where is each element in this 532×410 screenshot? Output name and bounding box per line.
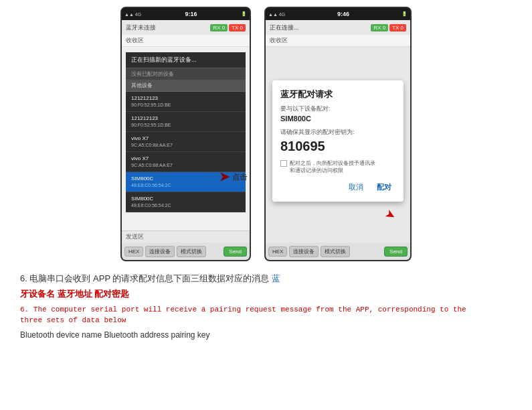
phone2-status-bar: ▲▲ 4G 9:46 🔋 [266, 8, 410, 20]
device-item-2[interactable]: vivo X7 9C:A5:C0:88:AA:E7 [126, 132, 246, 152]
click-label: 点击 [232, 172, 247, 182]
phone1-mockup: ▲▲ 4G 9:16 🔋 蓝牙未连接 RX 0 TX 0 收收区 [120, 7, 251, 261]
device-item-5[interactable]: SIM800C 48:E6:C0:56:54:2C [126, 192, 246, 212]
pairing-checkbox[interactable] [280, 160, 287, 167]
phone1-recv-label: 收收区 [122, 35, 250, 47]
phone1-rx-tx: RX 0 TX 0 [210, 24, 246, 31]
phone2-mode-button[interactable]: 模式切换 [321, 246, 350, 257]
device-name-5: SIM800C [131, 195, 240, 202]
device-item-1[interactable]: 121212123 90:F0:52:95:1D:BE [126, 112, 246, 132]
phone2-send-button[interactable]: Send [384, 247, 408, 257]
device-item-0[interactable]: 121212123 90:F0:52:95:1D:BE [126, 92, 246, 112]
screenshots-row: ▲▲ 4G 9:16 🔋 蓝牙未连接 RX 0 TX 0 收收区 [13, 7, 519, 261]
phone1-main: 正在扫描新的蓝牙设备... 没有已配对的设备 其他设备 121212123 90… [122, 47, 250, 230]
device-mac-5: 48:E6:C0:56:54:2C [131, 202, 240, 209]
cancel-button[interactable]: 取消 [345, 181, 367, 194]
phone2-signal: ▲▲ 4G [268, 12, 285, 17]
phone1-bottom-buttons: HEX 连接设备 模式切换 Send [122, 243, 250, 260]
phone2-rx-tx: RX 0 TX 0 [371, 24, 406, 31]
phone2-recv-label: 收收区 [266, 35, 410, 47]
pair-arrow-icon: ➤ [383, 206, 399, 224]
send-button[interactable]: Send [224, 247, 247, 257]
scan-modal: 正在扫描新的蓝牙设备... 没有已配对的设备 其他设备 121212123 90… [126, 52, 246, 212]
mode-button[interactable]: 模式切换 [177, 246, 206, 257]
phone2-time: 9:46 [337, 11, 349, 17]
text-section: 6. 电脑串口会收到 APP 的请求配对信息下面三组数据对应的消息 蓝 牙设备名… [13, 269, 519, 344]
device-name-0: 121212123 [131, 94, 240, 102]
phone1-tx-badge: TX 0 [229, 24, 246, 31]
page-container: ▲▲ 4G 9:16 🔋 蓝牙未连接 RX 0 TX 0 收收区 [0, 0, 532, 410]
phone1-status-bar: ▲▲ 4G 9:16 🔋 [122, 8, 250, 20]
pairing-dialog: 蓝牙配对请求 要与以下设备配对: SIM800C 请确保其显示的配对密钥为: 8… [272, 80, 404, 202]
phone2-tx-badge: TX 0 [389, 24, 406, 31]
device-name-2: vivo X7 [131, 135, 240, 142]
phone1-content: ▲▲ 4G 9:16 🔋 蓝牙未连接 RX 0 TX 0 收收区 [122, 8, 250, 260]
phone2-bottom-buttons: HEX 连接设备 模式切换 Send [266, 243, 410, 260]
phone2-hex-button[interactable]: HEX [268, 247, 287, 257]
device-mac-3: 9C:A5:C0:88:AA:E7 [131, 162, 240, 169]
phone2-battery: 🔋 [402, 11, 408, 17]
phone1-bt-label: 蓝牙未连接 [126, 23, 156, 32]
phone1-signal: ▲▲ 4G [124, 12, 141, 17]
phone1-top-bar: 蓝牙未连接 RX 0 TX 0 [122, 20, 250, 35]
phone2-connecting-label: 正在连接... [270, 23, 299, 32]
phone1-send-label: 发送区 [122, 230, 250, 243]
connect-button[interactable]: 连接设备 [145, 246, 175, 257]
phone1-time: 9:16 [185, 11, 197, 17]
phone2-rx-badge: RX 0 [371, 24, 388, 31]
phone2-mockup: ▲▲ 4G 9:46 🔋 正在连接... RX 0 TX 0 收收区 [264, 7, 412, 261]
phone1-battery: 🔋 [241, 11, 247, 17]
device-mac-0: 90:F0:52:95:1D:BE [131, 102, 240, 109]
phone2-content: ▲▲ 4G 9:46 🔋 正在连接... RX 0 TX 0 收收区 [266, 8, 410, 260]
description-english: 6. The computer serial port will receive… [20, 304, 512, 326]
pairing-code-label: 请确保其显示的配对密钥为: [280, 128, 395, 137]
english-line1: 6. The computer serial port will receive… [20, 305, 466, 314]
description-line2: 牙设备名 蓝牙地址 配对密匙 [20, 288, 512, 300]
pairing-checkbox-row: 配对之后，向所配对设备授予通讯录和通话记录的访问权限 [280, 159, 395, 174]
phone2-connect-button[interactable]: 连接设备 [289, 246, 319, 257]
pairing-buttons: 取消 配对 [280, 181, 395, 194]
device-name-3: vivo X7 [131, 155, 240, 162]
phone2-connecting-bar: 正在连接... RX 0 TX 0 [266, 20, 410, 35]
hex-button[interactable]: HEX [124, 247, 143, 257]
other-devices-label: 其他设备 [126, 80, 246, 92]
english-line2: three sets of data below [20, 316, 126, 324]
no-paired: 没有已配对的设备 [126, 68, 246, 80]
arrow-icon: ➤ [219, 169, 230, 184]
pairing-subtitle: 要与以下设备配对: [280, 105, 395, 113]
description-line1: 6. 电脑串口会收到 APP 的请求配对信息下面三组数据对应的消息 蓝 [20, 272, 512, 285]
pairing-checkbox-text: 配对之后，向所配对设备授予通讯录和通话记录的访问权限 [290, 159, 375, 174]
pair-button[interactable]: 配对 [373, 181, 395, 194]
link-blue[interactable]: 蓝 [272, 273, 280, 283]
click-annotation: ➤ 点击 [219, 169, 247, 184]
scan-title: 正在扫描新的蓝牙设备... [126, 52, 246, 68]
device-mac-1: 90:F0:52:95:1D:BE [131, 122, 240, 129]
pairing-device: SIM800C [280, 115, 395, 123]
pairing-code: 810695 [280, 139, 395, 154]
phone1-rx-badge: RX 0 [210, 24, 228, 31]
phone1-wrapper: ▲▲ 4G 9:16 🔋 蓝牙未连接 RX 0 TX 0 收收区 [120, 7, 251, 261]
phone2-main: 蓝牙配对请求 要与以下设备配对: SIM800C 请确保其显示的配对密钥为: 8… [266, 47, 410, 243]
device-mac-2: 9C:A5:C0:88:AA:E7 [131, 142, 240, 149]
footer-text: Bluetooth device name Bluetooth address … [20, 329, 512, 341]
pairing-title: 蓝牙配对请求 [280, 88, 395, 100]
desc-line1-prefix: 6. 电脑串口会收到 APP 的请求配对信息下面三组数据对应的消息 [20, 273, 272, 283]
device-name-1: 121212123 [131, 115, 240, 122]
